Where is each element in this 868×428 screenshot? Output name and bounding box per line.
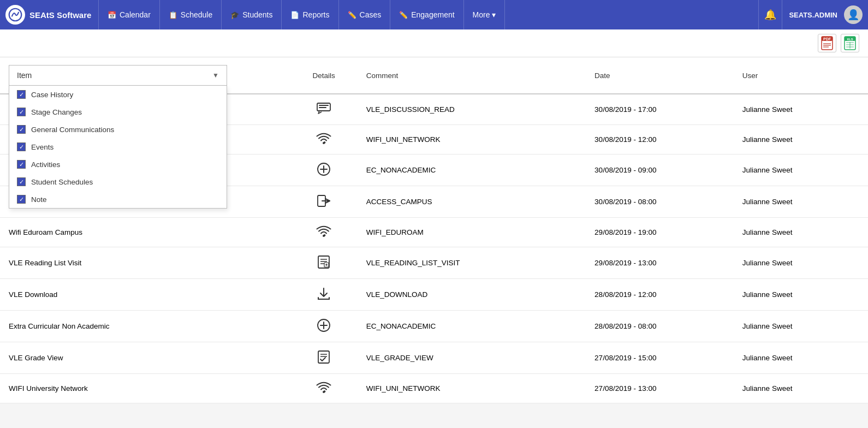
cell-user-6: Julianne Sweet <box>734 279 868 311</box>
schedule-icon: 📋 <box>169 11 177 19</box>
dropdown-label-student-schedules: Student Schedules <box>31 178 93 186</box>
cell-item-4: Wifi Eduroam Campus <box>0 218 290 247</box>
cell-item-7: Extra Curricular Non Academic <box>0 311 290 342</box>
column-header-comment: Comment <box>358 57 586 94</box>
cell-date-3: 30/08/2019 - 08:00 <box>586 186 734 218</box>
column-header-details: Details <box>290 57 358 94</box>
data-table: Item ▼ ✓ Case History ✓ Stage Changes <box>0 57 868 403</box>
chevron-down-icon: ▼ <box>212 72 219 79</box>
checkbox-general-comms: ✓ <box>17 125 26 134</box>
students-icon: 🎓 <box>230 11 239 19</box>
cell-details-7 <box>290 311 358 342</box>
cases-icon: ✏️ <box>348 11 356 19</box>
svg-rect-16 <box>319 107 326 108</box>
cell-user-1: Julianne Sweet <box>734 125 868 154</box>
cell-user-9: Julianne Sweet <box>734 374 868 403</box>
column-header-user: User <box>734 57 868 94</box>
wifi-icon <box>316 387 331 395</box>
download-icon <box>317 294 331 302</box>
export-excel-button[interactable]: XLS <box>841 34 859 52</box>
cell-date-9: 27/08/2019 - 13:00 <box>586 374 734 403</box>
nav-item-reports[interactable]: 📄 Reports <box>282 0 338 29</box>
cell-details-6 <box>290 279 358 311</box>
nav-item-students[interactable]: 🎓 Students <box>222 0 282 29</box>
svg-point-37 <box>323 391 325 393</box>
nav-item-more[interactable]: More ▾ <box>464 0 506 29</box>
cell-details-3 <box>290 186 358 218</box>
cell-details-5 <box>290 247 358 279</box>
nav-label-reports: Reports <box>302 10 329 19</box>
svg-text:XLS: XLS <box>847 38 853 41</box>
dropdown-label-general-comms: General Communications <box>31 126 114 134</box>
main-content: Item ▼ ✓ Case History ✓ Stage Changes <box>0 57 868 403</box>
cell-details-2 <box>290 154 358 186</box>
nav-item-schedule[interactable]: 📋 Schedule <box>160 0 222 29</box>
checkbox-activities: ✓ <box>17 160 26 169</box>
cell-comment-8: VLE_GRADE_VIEW <box>358 342 586 374</box>
cell-item-9: WIFI University Network <box>0 374 290 403</box>
dropdown-label-note: Note <box>31 195 47 204</box>
checkbox-note: ✓ <box>17 195 26 204</box>
cell-comment-5: VLE_READING_LIST_VISIT <box>358 247 586 279</box>
cell-comment-3: ACCESS_CAMPUS <box>358 186 586 218</box>
cell-details-8 <box>290 342 358 374</box>
wifi-icon <box>316 231 331 239</box>
checkbox-case-history: ✓ <box>17 90 26 99</box>
cell-user-3: Julianne Sweet <box>734 186 868 218</box>
dropdown-label-activities: Activities <box>31 160 60 169</box>
cell-user-2: Julianne Sweet <box>734 154 868 186</box>
dropdown-item-events[interactable]: ✓ Events <box>9 138 227 156</box>
item-dropdown-button[interactable]: Item ▼ <box>9 65 227 86</box>
table-row: VLE Reading List Visit VLE_READING_LIST_… <box>0 247 868 279</box>
svg-point-23 <box>323 235 325 237</box>
table-row: Wifi Eduroam Campus WIFI_EDUROAM 29/08/2… <box>0 218 868 247</box>
plus-circle-icon <box>317 170 331 178</box>
dropdown-item-general-comms[interactable]: ✓ General Communications <box>9 121 227 138</box>
dropdown-item-student-schedules[interactable]: ✓ Student Schedules <box>9 173 227 191</box>
cell-user-8: Julianne Sweet <box>734 342 868 374</box>
avatar[interactable]: 👤 <box>844 5 863 24</box>
calendar-icon: 📅 <box>108 11 116 19</box>
nav-item-cases[interactable]: ✏️ Cases <box>339 0 391 29</box>
engagement-icon: ✏️ <box>399 11 408 19</box>
nav-item-calendar[interactable]: 📅 Calendar <box>98 0 160 29</box>
dropdown-label-stage-changes: Stage Changes <box>31 108 82 116</box>
cell-date-1: 30/08/2019 - 12:00 <box>586 125 734 154</box>
toolbar: PDF XLS <box>0 29 868 57</box>
navbar: SEAtS Software 📅 Calendar 📋 Schedule 🎓 S… <box>0 0 868 29</box>
nav-item-engagement[interactable]: ✏️ Engagement <box>390 0 463 29</box>
checkbox-stage-changes: ✓ <box>17 108 26 116</box>
checkbox-student-schedules: ✓ <box>17 177 26 186</box>
svg-rect-34 <box>318 351 329 363</box>
nav-right: 🔔 SEATS.ADMIN 👤 <box>758 0 863 29</box>
cell-user-4: Julianne Sweet <box>734 218 868 247</box>
cell-date-0: 30/08/2019 - 17:00 <box>586 94 734 125</box>
admin-label: SEATS.ADMIN <box>789 11 837 19</box>
item-dropdown: Item ▼ ✓ Case History ✓ Stage Changes <box>9 65 227 86</box>
nav-label-students: Students <box>242 10 272 19</box>
cell-comment-6: VLE_DOWNLOAD <box>358 279 586 311</box>
dropdown-item-note[interactable]: ✓ Note <box>9 191 227 208</box>
export-pdf-button[interactable]: PDF <box>818 34 836 52</box>
discussion-icon <box>316 109 331 117</box>
dropdown-item-stage-changes[interactable]: ✓ Stage Changes <box>9 103 227 121</box>
cell-user-0: Julianne Sweet <box>734 94 868 125</box>
nav-label-engagement: Engagement <box>411 10 454 19</box>
reading-list-icon <box>317 263 331 271</box>
nav-label-schedule: Schedule <box>181 10 212 19</box>
table-row: Extra Curricular Non Academic EC_NONACAD… <box>0 311 868 342</box>
grade-icon <box>317 358 331 366</box>
notifications-bell[interactable]: 🔔 <box>758 0 782 29</box>
dropdown-item-activities[interactable]: ✓ Activities <box>9 156 227 173</box>
nav-label-calendar: Calendar <box>120 10 151 19</box>
nav-label-cases: Cases <box>360 10 382 19</box>
sign-in-icon <box>317 201 331 210</box>
dropdown-item-case-history[interactable]: ✓ Case History <box>9 86 227 103</box>
dropdown-label-events: Events <box>31 143 53 151</box>
cell-comment-1: WIFI_UNI_NETWORK <box>358 125 586 154</box>
cell-comment-7: EC_NONACADEMIC <box>358 311 586 342</box>
item-dropdown-menu: ✓ Case History ✓ Stage Changes ✓ General… <box>9 86 227 209</box>
cell-date-5: 29/08/2019 - 13:00 <box>586 247 734 279</box>
nav-items: 📅 Calendar 📋 Schedule 🎓 Students 📄 Repor… <box>98 0 758 29</box>
brand-name: SEAtS Software <box>29 10 91 20</box>
